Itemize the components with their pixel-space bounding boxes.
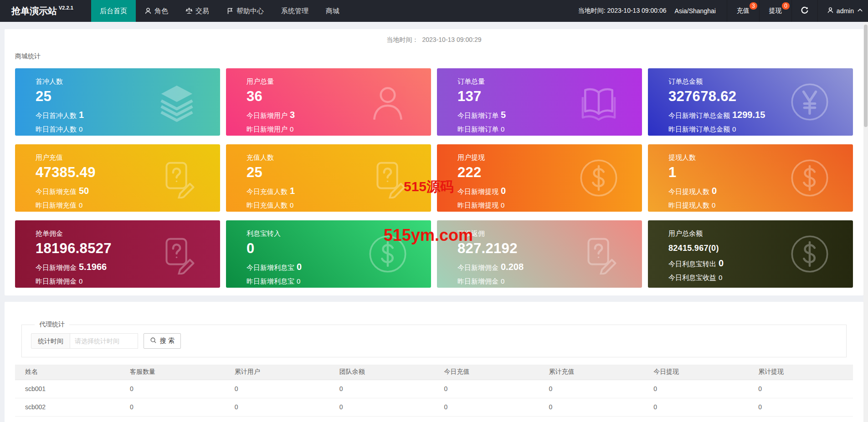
recharge-button[interactable]: 充值 3 <box>727 0 759 22</box>
column-header: 团队余额 <box>329 365 434 380</box>
column-header: 累计提现 <box>748 365 853 380</box>
filter-label: 统计时间 <box>31 333 70 349</box>
table-cell: 0 <box>539 416 643 422</box>
panel-local-time: 当地时间：2023-10-13 09:00:29 <box>5 29 863 44</box>
order-doc-icon <box>156 234 197 275</box>
table-cell: 0 <box>748 398 853 416</box>
page-scrollbar[interactable] <box>863 22 868 422</box>
order-doc-icon <box>578 234 619 275</box>
table-cell: 0 <box>225 416 329 422</box>
card-yesterday-line: 昨日新增订单0 <box>457 125 642 134</box>
stat-card-4: 订单总金额327678.62今日新增订单总金额1299.15昨日新增订单总金额0 <box>648 68 853 136</box>
agent-panel: 代理统计 统计时间 搜 索 姓名客服数量累计用户团队余额今日充值累计充值今日提现… <box>5 302 863 422</box>
app-root: 抢单演示站 V2.2.1 后台首页角色交易帮助中心系统管理商城 当地时间: 20… <box>0 0 868 422</box>
top-navbar: 抢单演示站 V2.2.1 后台首页角色交易帮助中心系统管理商城 当地时间: 20… <box>0 0 868 22</box>
table-cell: 0 <box>748 380 853 398</box>
dollar-circle-icon <box>789 234 830 275</box>
panel-time-value: 2023-10-13 09:00:29 <box>422 36 482 43</box>
admin-menu[interactable]: admin <box>817 0 868 22</box>
flag-icon <box>226 7 234 15</box>
table-cell: 0 <box>434 398 539 416</box>
table-cell: 0 <box>120 380 225 398</box>
user-icon <box>827 7 834 15</box>
table-cell: 0 <box>643 416 748 422</box>
brand-name: 抢单演示站 <box>11 5 57 17</box>
table-cell: sc003 <box>15 416 120 422</box>
stat-card-3: 订单总量137今日新增订单5昨日新增订单0 <box>437 68 642 136</box>
section-title: 商城统计 <box>15 52 863 61</box>
table-row: sc0030000000 <box>15 416 853 422</box>
stat-card-2: 用户总量36今日新增用户3昨日新增用户0 <box>226 68 431 136</box>
filter-row: 统计时间 搜 索 <box>31 333 837 349</box>
main-content: 当地时间：2023-10-13 09:00:29 商城统计 首冲人数25今日首冲… <box>0 22 868 422</box>
nav-item-1[interactable]: 后台首页 <box>91 0 136 22</box>
card-yesterday-line: 昨日新增订单总金额0 <box>668 125 853 134</box>
table-cell: scb002 <box>15 398 120 416</box>
nav-item-4[interactable]: 帮助中心 <box>218 0 272 22</box>
stat-card-5: 用户充值47385.49今日新增充值50昨日新增充值0 <box>15 144 220 212</box>
nav-item-label: 帮助中心 <box>236 7 264 15</box>
table-cell: 0 <box>539 398 643 416</box>
column-header: 客服数量 <box>120 365 225 380</box>
brand-title: 抢单演示站 V2.2.1 <box>0 0 91 22</box>
navbar-right: 当地时间: 2023-10-13 09:00:06 Asia/Shanghai … <box>578 0 868 22</box>
column-header: 今日提现 <box>643 365 748 380</box>
dollar-circle-icon <box>789 158 830 198</box>
stat-card-6: 充值人数25今日充值人数1昨日充值人数0 <box>226 144 431 212</box>
header-row: 姓名客服数量累计用户团队余额今日充值累计充值今日提现累计提现 <box>15 365 853 380</box>
person-icon <box>367 81 408 122</box>
refresh-icon <box>801 6 809 16</box>
agent-table-body: scb0010000000scb0020000000sc0030000000 <box>15 380 853 422</box>
card-yesterday-line: 昨日新增提现0 <box>457 201 642 210</box>
table-cell: 0 <box>434 416 539 422</box>
card-yesterday-line: 昨日新增佣金0 <box>36 277 220 286</box>
user-icon <box>144 7 152 15</box>
search-button[interactable]: 搜 索 <box>144 333 181 349</box>
refresh-button[interactable] <box>791 0 817 22</box>
card-yesterday-line: 昨日充值人数0 <box>247 201 431 210</box>
table-cell: scb001 <box>15 380 120 398</box>
nav-local-time: 当地时间: 2023-10-13 09:00:06 <box>578 0 675 22</box>
search-button-label: 搜 索 <box>160 337 175 345</box>
card-yesterday-line: 昨日新增利息宝0 <box>247 277 431 286</box>
nav-item-label: 系统管理 <box>281 7 308 15</box>
yen-circle-icon <box>789 81 830 122</box>
nav-item-6[interactable]: 商城 <box>317 0 348 22</box>
agent-fieldset: 代理统计 统计时间 搜 索 <box>21 320 847 357</box>
stat-card-7: 用户提现222今日新增提现0昨日新增提现0 <box>437 144 642 212</box>
watermark-text: 515源码 <box>404 178 454 196</box>
scrollbar-thumb[interactable] <box>864 25 868 127</box>
agent-table: 姓名客服数量累计用户团队余额今日充值累计充值今日提现累计提现 scb001000… <box>15 365 853 422</box>
nav-timezone: Asia/Shanghai <box>675 0 727 22</box>
card-yesterday-line: 昨日新增充值0 <box>36 201 220 210</box>
table-row: scb0020000000 <box>15 398 853 416</box>
table-cell: 0 <box>120 398 225 416</box>
nav-menu: 后台首页角色交易帮助中心系统管理商城 <box>91 0 348 22</box>
nav-item-3[interactable]: 交易 <box>177 0 218 22</box>
order-doc-icon <box>367 158 408 198</box>
table-cell: 0 <box>748 416 853 422</box>
order-doc-icon <box>156 158 197 198</box>
column-header: 姓名 <box>15 365 120 380</box>
withdraw-button[interactable]: 提现 0 <box>759 0 791 22</box>
table-cell: 0 <box>329 380 434 398</box>
table-cell: 0 <box>329 416 434 422</box>
card-yesterday-line: 昨日提现人数0 <box>668 201 853 210</box>
agent-legend: 代理统计 <box>35 320 69 329</box>
stat-time-input[interactable] <box>70 333 138 349</box>
table-cell: 0 <box>225 398 329 416</box>
nav-item-2[interactable]: 角色 <box>136 0 177 22</box>
nav-item-label: 交易 <box>195 7 209 15</box>
table-cell: 0 <box>643 380 748 398</box>
stat-card-9: 抢单佣金18196.8527今日新增佣金5.1966昨日新增佣金0 <box>15 220 220 288</box>
nav-item-label: 角色 <box>154 7 168 15</box>
nav-item-label: 后台首页 <box>100 7 127 15</box>
layers-icon <box>156 81 197 122</box>
brand-version: V2.2.1 <box>59 5 73 10</box>
table-cell: 0 <box>434 380 539 398</box>
table-cell: 0 <box>539 380 643 398</box>
card-yesterday-line: 昨日新增用户0 <box>247 125 431 134</box>
chevron-up-icon <box>857 7 863 15</box>
search-icon <box>150 337 157 345</box>
nav-item-5[interactable]: 系统管理 <box>272 0 317 22</box>
